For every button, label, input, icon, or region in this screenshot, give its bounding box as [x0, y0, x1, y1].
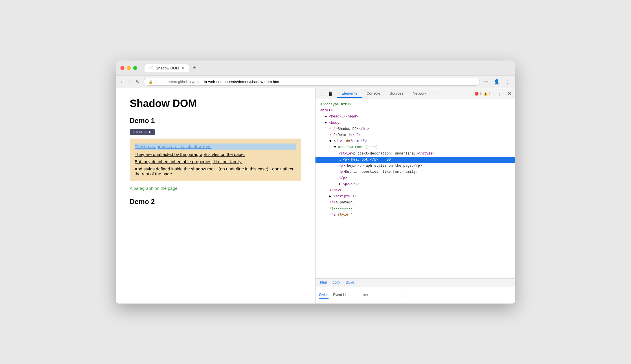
new-tab-button[interactable]: +	[190, 64, 198, 72]
shadow-para-2: They are unaffected by the paragraph sty…	[135, 152, 296, 157]
styles-tab[interactable]: Styles	[319, 292, 329, 299]
devtools-error-count: 🔴 1 ⚠️ 1 ⋮ ✕	[474, 90, 513, 98]
head-close: </head>	[344, 115, 358, 119]
maximize-button[interactable]	[133, 66, 137, 70]
dom-line-h2-style[interactable]: <h2 style="	[316, 212, 515, 218]
styles-panel: Styles Event Lis…	[316, 286, 515, 304]
dom-line-style[interactable]: <style>p {text-decoration: underline;}</…	[316, 151, 515, 157]
bc-html[interactable]: html	[319, 280, 328, 285]
shadow-arrow: ▼	[334, 145, 338, 149]
forward-button[interactable]: ›	[126, 78, 131, 86]
traffic-lights	[120, 66, 137, 70]
tab-network[interactable]: Network	[408, 89, 431, 98]
event-listeners-tab[interactable]: Event Lis…	[333, 292, 351, 299]
dom-tree: <!doctype html> <html> ▶ <head>…</head> …	[316, 99, 515, 278]
p-coll-close: </p>	[351, 182, 359, 186]
dom-line-p-page[interactable]: <p>A paragr…	[316, 200, 515, 206]
dom-line-p2[interactable]: <p>They…</p> aph styles on the page.</p>	[316, 163, 515, 169]
reload-button[interactable]: ↻	[134, 78, 141, 86]
p3-extra: roperties, like font-family.	[357, 170, 418, 174]
more-tabs-button[interactable]: »	[431, 91, 438, 97]
address-bar: ‹ › ↻ 🔒 chrisbateman.github.io/guide-to-…	[116, 76, 515, 88]
devtools-close-button[interactable]: ✕	[506, 90, 513, 98]
dom-line-close-p[interactable]: </p>	[316, 175, 515, 181]
shadow-para-4: And styles defined inside the shadow roo…	[135, 166, 296, 176]
bookmark-button[interactable]: ☆	[482, 78, 490, 86]
devtools-panel: ⬚ 📱 Elements Console Sources Network » 🔴…	[316, 88, 515, 304]
div-attr-val: "demo1"	[350, 139, 365, 143]
p-close: root.</p>	[359, 158, 378, 162]
head-arrow: ▶	[325, 115, 329, 119]
error-badge: 🔴 1	[474, 92, 481, 96]
profile-button[interactable]: 👤	[492, 78, 501, 86]
dom-line-html[interactable]: <html>	[316, 108, 515, 114]
tab-title: Shadow DOM	[156, 66, 179, 70]
devtools-settings-button[interactable]: ⋮	[495, 90, 503, 98]
browser-tab[interactable]: 📄 Shadow DOM ✕	[144, 64, 189, 72]
close-p-tag: </p>	[339, 176, 347, 180]
p-page-tag: <p>	[329, 201, 336, 205]
back-button[interactable]: ‹	[119, 78, 124, 86]
h2-text: Demo 1	[338, 133, 350, 137]
styles-filter-input[interactable]	[358, 292, 406, 298]
bc-div[interactable]: div#d…	[345, 280, 359, 285]
error-count: 1	[479, 92, 481, 96]
dom-line-p3[interactable]: <p>But t… roperties, like font-family.	[316, 169, 515, 175]
page-content: Shadow DOM Demo 1 p p 443 × 18 These par…	[116, 88, 316, 304]
close-button[interactable]	[120, 66, 124, 70]
dom-line-doctype[interactable]: <!doctype html>	[316, 102, 515, 108]
style-tag: <style>	[339, 152, 353, 156]
warning-count: 1	[488, 92, 490, 96]
script-tag: <script>	[333, 194, 350, 198]
dom-line-script[interactable]: ▶ <script>…</	[316, 194, 515, 200]
inspect-element-button[interactable]: ⬚	[318, 90, 325, 97]
warning-badge: ⚠️ 1	[483, 92, 490, 96]
p-page-text: A paragr…	[336, 201, 355, 205]
dom-line-body[interactable]: ▼ <body>	[316, 120, 515, 126]
more-options-button[interactable]: ⋮	[504, 78, 512, 86]
tab-elements[interactable]: Elements	[337, 89, 362, 98]
dom-line-head[interactable]: ▶ <head>…</head>	[316, 114, 515, 120]
div-tag: <div	[333, 139, 344, 143]
dom-line-h2[interactable]: <h2>Demo 1</h2>	[316, 132, 515, 138]
dom-line-h1[interactable]: <h1>Shadow DOM</h1>	[316, 126, 515, 132]
tab-sources[interactable]: Sources	[385, 89, 408, 98]
dom-line-p-collapsed[interactable]: ▶ <p>…</p>	[316, 181, 515, 187]
shadow-para-1: These paragraphs are in a shadow root.	[135, 144, 296, 150]
tooltip-dimensions: p 443 × 18	[136, 130, 152, 134]
dom-line-div-demo1[interactable]: ▼ <div id="demo1">	[316, 138, 515, 144]
url-bar[interactable]: 🔒 chrisbateman.github.io/guide-to-web-co…	[144, 78, 480, 86]
url-text: chrisbateman.github.io/guide-to-web-comp…	[155, 80, 279, 84]
div-close: >	[365, 139, 367, 143]
error-icon: 🔴	[474, 92, 479, 96]
content-area: Shadow DOM Demo 1 p p 443 × 18 These par…	[116, 88, 515, 304]
h1-text: Shadow DOM	[338, 127, 359, 131]
device-toolbar-button[interactable]: 📱	[326, 90, 335, 97]
p2-extra: aph styles on the page.</p>	[364, 164, 422, 168]
warning-icon: ⚠️	[483, 92, 488, 96]
green-paragraph: A paragraph on the page.	[130, 186, 301, 191]
breadcrumb-bar: html › body › div#d…	[316, 278, 515, 286]
url-protocol: chrisbateman.github.io	[155, 80, 192, 84]
page-title: Shadow DOM	[130, 98, 301, 110]
tab-close-button[interactable]: ✕	[181, 66, 184, 70]
h1-close: </h1>	[359, 127, 369, 131]
body-arrow: ▼	[325, 121, 329, 125]
dom-line-shadow-root[interactable]: ▼ #shadow-root (open)	[316, 144, 515, 150]
tab-console[interactable]: Console	[362, 89, 385, 98]
p3-text: But t…	[345, 170, 357, 174]
dom-line-comment[interactable]: <!---------	[316, 206, 515, 212]
p-text: Thes…	[349, 158, 359, 162]
script-arrow: ▶	[329, 194, 333, 198]
style-close: </style>	[418, 152, 435, 156]
h2-style-tag: <h2	[329, 213, 338, 217]
selected-dots: …	[339, 158, 343, 162]
dom-line-p-selected[interactable]: … <p>Thes…root.</p> == $0	[316, 157, 515, 163]
minimize-button[interactable]	[127, 66, 131, 70]
bc-body[interactable]: body	[331, 280, 341, 285]
p-coll-arrow: ▶	[339, 182, 343, 186]
shadow-root-text: #shadow-root (open)	[338, 145, 378, 149]
dom-line-close-div[interactable]: </div>	[316, 187, 515, 194]
h2-close: </h2>	[350, 133, 361, 137]
p3-tag: <p>	[339, 170, 345, 174]
